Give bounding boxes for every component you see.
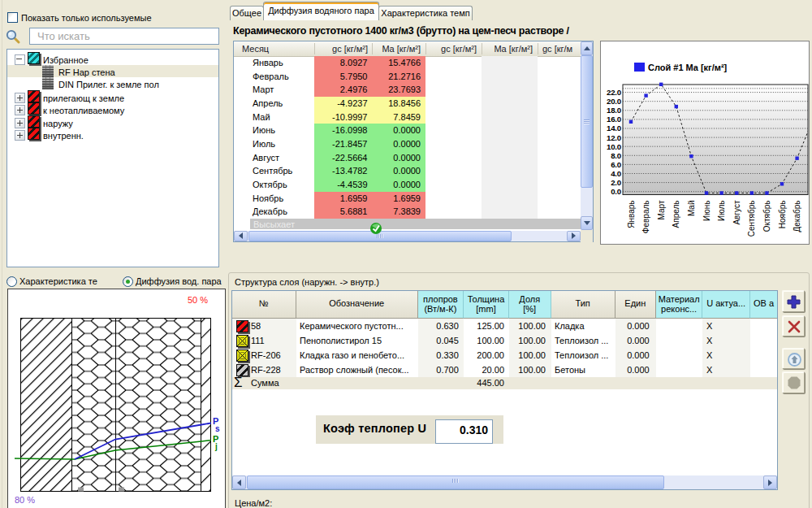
svg-text:Март: Март	[657, 200, 666, 219]
svg-text:Декабрь: Декабрь	[793, 201, 801, 232]
svg-text:16.0: 16.0	[607, 115, 621, 124]
svg-text:8.0: 8.0	[611, 151, 621, 160]
svg-text:Август: Август	[732, 200, 741, 225]
svg-text:18.0: 18.0	[607, 106, 621, 115]
svg-text:Январь: Январь	[627, 201, 636, 228]
svg-text:Февраль: Февраль	[641, 201, 650, 234]
svg-text:s: s	[215, 424, 220, 433]
svg-text:14.0: 14.0	[607, 124, 621, 132]
svg-text:12.0: 12.0	[607, 133, 621, 142]
svg-text:Сентябрь: Сентябрь	[747, 201, 756, 237]
svg-text:Октябрь: Октябрь	[762, 201, 771, 232]
svg-text:Ноябрь: Ноябрь	[778, 201, 787, 229]
svg-text:10.0: 10.0	[607, 142, 621, 151]
svg-text:Слой #1 Ma [кг/м²]: Слой #1 Ma [кг/м²]	[648, 63, 728, 72]
svg-text:6.0: 6.0	[611, 160, 621, 169]
svg-text:Апрель: Апрель	[672, 201, 680, 228]
svg-text:Июнь: Июнь	[702, 201, 711, 221]
svg-text:0.0: 0.0	[611, 187, 621, 196]
svg-text:4.0: 4.0	[611, 169, 621, 178]
svg-text:20.0: 20.0	[607, 97, 621, 106]
svg-text:Май: Май	[687, 201, 696, 217]
svg-text:Июль: Июль	[717, 201, 726, 222]
svg-text:2.0: 2.0	[611, 178, 621, 187]
svg-text:j: j	[214, 442, 218, 451]
svg-text:22.0: 22.0	[607, 88, 621, 97]
